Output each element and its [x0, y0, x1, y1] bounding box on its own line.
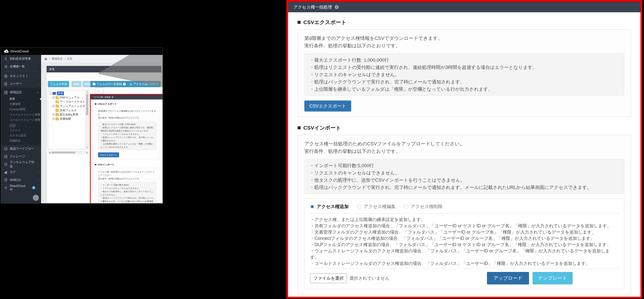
folder-icon [56, 109, 59, 112]
upload-button[interactable]: アップロード [487, 272, 529, 284]
sidebar-item-cold-storage[interactable]: コールドストレージ管理 [1, 117, 41, 123]
tree-item[interactable]: + 容量制限 [49, 117, 85, 121]
folder-icon [56, 118, 59, 120]
list-icon [4, 65, 8, 68]
csv-export-button[interactable]: CSVエクスポート [98, 152, 119, 157]
shared-root-icon [53, 92, 56, 95]
tree-item[interactable]: + PDFマニュアル [49, 95, 85, 100]
sidebar-collapse-button[interactable]: ← [33, 195, 39, 201]
export-bullet: ・上位階層を継承しているフォルダは「権限」が空欄となっている行が出力されます。 [100, 142, 154, 149]
radio-delete-permission-label[interactable]: アクセス権削除 [411, 204, 443, 210]
export-bullet: ・処理はリクエストの受付順に連続で実行され、連続処理時間が3時間を超過する場合は… [310, 64, 619, 71]
breadcrumb: / 環境設定 / 共有 [41, 55, 163, 63]
tree-item[interactable]: + マニュアルフォルダ [49, 104, 85, 108]
export-desc-1: 第6階層までのアクセス権情報をCSVでダウンロードできます。 [304, 35, 624, 42]
beta-badge: Beta [10, 124, 16, 127]
sidebar-item-log[interactable]: ログ ‹ [1, 168, 41, 176]
chevron-left-icon: ‹ [38, 147, 39, 150]
import-bullet: ・他タスクの処理中に、追加でCSVインポートを行うことはできません。 [100, 190, 154, 196]
export-bullet: ・リクエストのキャンセルはできません。 [100, 133, 154, 136]
scroll-left-icon[interactable]: ◀ [48, 151, 51, 154]
sidebar-item-users[interactable]: ユーザー ‹ [1, 80, 41, 88]
acl-panel-header: アクセス権一括処理 i [91, 95, 163, 99]
sidebar-item-custom-settings[interactable]: カスタム設定 [1, 133, 41, 138]
expander-icon[interactable]: + [52, 118, 55, 120]
radio-delete-permission[interactable] [404, 205, 408, 209]
radio-add-permission[interactable] [310, 205, 314, 209]
csv-import-heading: CSVインポート [95, 163, 160, 166]
scrollbar-thumb[interactable] [51, 152, 75, 153]
sidebar-item-storage[interactable]: ストレージ ‹ [1, 153, 41, 160]
bulk-folder-register-button[interactable]: フォルダの一括登録 i [90, 81, 128, 87]
main-area: / 環境設定 / 共有 共有 フォルダ作成 編集 削除 フォルダの一括登録 i [41, 55, 163, 203]
sidebar-item-connect-mgmt[interactable]: Connect管理 [1, 107, 41, 112]
info-icon[interactable]: i [335, 5, 339, 9]
scroll-down-icon[interactable]: ▼ [86, 146, 89, 149]
acl-panel-large-highlight: アクセス権一括処理 i CSVエクスポート 第6階層までのアクセス権情報をCSV… [286, 0, 642, 298]
sidebar-item-shield[interactable]: SHIELD ‹ [1, 176, 41, 184]
sidebar-item-warm-storage[interactable]: ウォームストレージ管理 [1, 112, 41, 117]
tree-item[interactable]: 共有フォルダ [49, 108, 85, 113]
radio-edit-permission-label[interactable]: アクセス権編集 [364, 204, 396, 210]
csv-export-heading: CSVエクスポート [95, 103, 160, 106]
scrollbar-thumb[interactable] [86, 94, 88, 115]
create-folder-button[interactable]: フォルダ作成 [48, 81, 69, 87]
sidebar-item-security[interactable]: セキュリティ ‹ [1, 72, 41, 80]
tree-root-label[interactable]: 共有 [57, 91, 64, 95]
import-desc-1: アクセス権一括処理のためのCSVファイルをアップロードしてください。 [98, 170, 157, 177]
export-bullet: ・最大エクスポート行数: 1,000,000行 [100, 123, 154, 126]
breadcrumb-item-share[interactable]: 共有 [67, 57, 72, 61]
chevron-left-icon: ‹ [38, 75, 39, 78]
import-note: ・コールドストレージフォルダのアクセス権追加の場合、「フォルダパス」「ユーザーI… [310, 260, 618, 267]
directcloud-logo-icon [4, 49, 9, 53]
expander-icon[interactable]: + [52, 114, 55, 116]
check-square-icon [4, 147, 8, 151]
sidebar-item-advanced-settings[interactable]: 詳細設定 [1, 138, 41, 143]
sidebar-item-workflow[interactable]: 承認ワークフロー ‹ [1, 145, 41, 153]
chevron-left-icon: ‹ [38, 178, 39, 181]
radio-add-permission-label[interactable]: アクセス権追加 [317, 204, 349, 210]
section-marker-icon [95, 103, 96, 105]
breadcrumb-item-settings[interactable]: 環境設定 [52, 57, 63, 61]
export-bullet: ・上位階層を継承しているフォルダは「権限」が空欄となっている行が出力されます。 [310, 85, 619, 93]
sidebar-divider [4, 71, 38, 71]
import-note: ・ウォームストレージフォルダのアクセス権追加の場合、「フォルダパス」「ユーザーI… [310, 248, 618, 260]
share-icon [4, 91, 8, 94]
export-desc-2: 実行条件、処理の挙動は以下のとおりです。 [98, 116, 157, 120]
dotted-divider [310, 268, 618, 269]
vertical-scrollbar[interactable]: ▲ ▼ [85, 90, 89, 149]
acl-panel: アクセス権一括処理 i CSVエクスポート 第6階層までのアクセス権情報をCSV… [91, 95, 163, 204]
expander-icon[interactable]: + [52, 105, 55, 107]
expander-icon[interactable]: - [49, 92, 52, 94]
sidebar-item-comment[interactable]: コメント [1, 128, 41, 133]
tree-root-row[interactable]: - 共有 [49, 91, 85, 95]
template-button[interactable]: テンプレート [533, 272, 573, 284]
tree-item[interactable]: アップロードテスト [49, 100, 85, 104]
share-panel-body: フォルダ作成 編集 削除 フォルダの一括登録 i アクセス権一括処理 [47, 72, 161, 204]
info-icon[interactable]: i [112, 96, 113, 98]
file-select-button[interactable]: ファイルを選択 [310, 273, 347, 283]
radio-edit-permission[interactable] [357, 205, 361, 209]
sidebar-item-directcloud-ai[interactable]: DirectCloud AI N ‹ [1, 184, 41, 191]
import-note: ・Connectフォルダのアクセス権追加の場合、「フォルダパス」「ユーザーID … [310, 235, 618, 242]
sidebar-item-all-features[interactable]: 全機能一覧 [1, 63, 41, 70]
back-button[interactable]: ← [95, 87, 103, 94]
tree-item[interactable]: + 取引先B社専用 [49, 113, 85, 117]
bulk-acl-button[interactable]: アクセス権一括処理 [127, 81, 161, 87]
sidebar-item-ransomware[interactable]: ランサムウェア対策 ‹ [1, 160, 41, 168]
export-conditions-box: ・最大エクスポート行数: 1,000,000行 ・処理はリクエストの受付順に連続… [98, 121, 157, 150]
database-icon [4, 155, 8, 158]
sidebar-item-settings[interactable]: 環境設定 ∨ [1, 88, 41, 96]
csv-export-button[interactable]: CSVエクスポート [304, 101, 351, 112]
sidebar: 契約担当管理者 全機能一覧 セキュリティ ‹ ユーザー ‹ 環境設定 [1, 55, 41, 203]
home-icon[interactable] [44, 57, 47, 60]
export-bullet: ・処理はリクエストの受付順に連続で実行され、連続処理時間が3時間を超過する場合は… [100, 126, 154, 133]
expander-icon[interactable]: + [52, 96, 55, 99]
scroll-up-icon[interactable]: ▲ [86, 90, 89, 93]
scroll-right-icon[interactable]: ▶ [85, 151, 89, 154]
horizontal-scrollbar[interactable]: ◀ ▶ [48, 151, 89, 154]
sidebar-item-share[interactable]: 共有 [1, 96, 41, 102]
edit-button[interactable]: 編集 [71, 81, 81, 87]
sidebar-item-document-mgmt[interactable]: 文書管理 [1, 102, 41, 107]
sidebar-item-account[interactable]: 契約担当管理者 [1, 55, 41, 63]
